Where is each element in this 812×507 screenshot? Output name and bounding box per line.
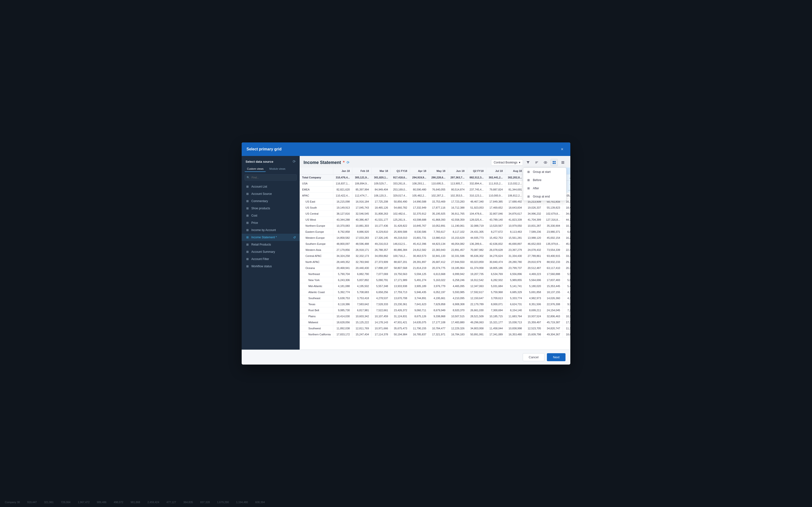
- row-cell: 48,800,097: [333, 241, 352, 247]
- title-refresh-icon[interactable]: ⟳: [347, 161, 349, 164]
- table-row: Western Europe14,858,58217,033,28317,326…: [300, 235, 406, 241]
- row-cell: 49,218,010: [391, 235, 406, 241]
- table-row: Northern Europe10,370,08310,881,30310,17…: [300, 223, 406, 229]
- row-cell: 10,177,436: [371, 223, 391, 229]
- row-cell: 17,326,145: [371, 235, 391, 241]
- row-label: Total Company: [300, 175, 333, 181]
- sidebar-item-income-statement[interactable]: ⊞ Income Statement * ↺: [242, 234, 300, 241]
- row-cell: 305,121,9...: [352, 175, 371, 181]
- main-content: Income Statement * ⟳ Contract Bookings ▾: [300, 156, 406, 253]
- modal-header: Select primary grid ×: [242, 143, 406, 156]
- row-cell: 102,482,6...: [391, 211, 406, 217]
- main-title-text: Income Statement: [304, 160, 341, 165]
- row-cell: 146,612,5...: [391, 241, 406, 247]
- grid-icon: ⊞: [246, 228, 249, 232]
- search-input[interactable]: [245, 174, 297, 181]
- table-row: Western Asia27,179,85626,918,17126,788,3…: [300, 247, 406, 253]
- col-header-name: [300, 168, 333, 175]
- row-label: US East: [300, 199, 333, 205]
- sidebar-item-label: Shoe products: [251, 207, 270, 210]
- row-cell: 106,894,9...: [352, 181, 371, 187]
- sidebar-item-income-by-account[interactable]: ⊞ Income by Account: [242, 226, 300, 234]
- row-label: EMEA: [300, 187, 333, 193]
- row-cell: 917,418,6...: [391, 175, 406, 181]
- row-label: APAC: [300, 193, 333, 199]
- row-label: US South: [300, 205, 333, 211]
- row-cell: 106,120,3...: [371, 193, 391, 199]
- modal-overlay: Select primary grid × Select data source…: [0, 0, 406, 253]
- row-cell: 80,886,384: [391, 247, 406, 253]
- row-cell: 40,386,467: [352, 217, 371, 223]
- table-row: Eastern Europe8,792,8588,886,9208,229,81…: [300, 229, 406, 235]
- grid-icon: ⊞: [246, 199, 249, 203]
- table-row: US West43,344,28840,386,46741,531,177125…: [300, 217, 406, 223]
- row-cell: 32,546,545: [352, 211, 371, 217]
- row-cell: 310,476,4...: [333, 175, 352, 181]
- grid-icon: ⊞: [246, 250, 249, 253]
- modal: Select primary grid × Select data source…: [242, 143, 406, 253]
- row-cell: 48,596,488: [352, 241, 371, 247]
- row-cell: 8,229,810: [371, 229, 391, 235]
- row-label: Northern Europe: [300, 223, 333, 229]
- sidebar-item-label: Account Summary: [251, 250, 275, 253]
- row-cell: 17,033,283: [352, 235, 371, 241]
- tab-module-views[interactable]: Module views: [267, 166, 288, 172]
- sidebar-item-price[interactable]: ⊞ Price: [242, 219, 300, 226]
- row-cell: 8,792,858: [333, 229, 352, 235]
- sidebar-item-label: Cost: [251, 214, 257, 217]
- row-label: USA: [300, 181, 333, 187]
- refresh-icon[interactable]: ⟳: [293, 159, 296, 164]
- row-cell: 38,127,816: [333, 211, 352, 217]
- row-label: Western Europe: [300, 235, 333, 241]
- tab-custom-views[interactable]: Custom views: [245, 166, 266, 172]
- row-cell: 31,808,263: [371, 211, 391, 217]
- row-cell: 253,169,0...: [391, 187, 406, 193]
- row-cell: 25,909,588: [391, 229, 406, 235]
- table-row: US South19,149,91317,045,74318,465,12654…: [300, 205, 406, 211]
- row-cell: 16,215,098: [333, 199, 352, 205]
- table-row: APAC110,422,4...112,474,7...106,120,3...…: [300, 193, 406, 199]
- sidebar-item-retail-products[interactable]: ⊞ Retail Products: [242, 241, 300, 248]
- table-row: US Central38,127,81632,546,54531,808,263…: [300, 211, 406, 217]
- sidebar-item-account-list[interactable]: ⊞ Account List: [242, 183, 300, 190]
- sidebar-item-shoe-products[interactable]: ⊞ Shoe products: [242, 205, 300, 212]
- row-cell: 27,179,856: [333, 247, 352, 253]
- row-cell: 19,149,913: [333, 205, 352, 211]
- row-cell: 17,045,743: [352, 205, 371, 211]
- sidebar-header: Select data source ⟳: [242, 156, 300, 166]
- sidebar-item-label: Price: [251, 221, 258, 225]
- row-cell: 34,059,862: [371, 253, 391, 254]
- row-cell: 31,428,822: [391, 223, 406, 229]
- data-table: Jan 18 Feb 18 Mar 18 Q1 FY18 Apr 18 May …: [300, 168, 406, 253]
- row-cell: 43,344,288: [333, 217, 352, 223]
- sidebar-item-cost[interactable]: ⊞ Cost: [242, 212, 300, 219]
- sidebar-item-account-summary[interactable]: ⊞ Account Summary: [242, 248, 300, 253]
- row-cell: 100,716,2...: [391, 253, 406, 254]
- table-row: US East16,215,09816,916,18417,725,20850,…: [300, 199, 406, 205]
- col-header-q1fy18: Q1 FY18: [391, 168, 406, 175]
- row-cell: 125,261,9...: [391, 217, 406, 223]
- row-cell: 301,820,1...: [371, 175, 391, 181]
- row-label: US Central: [300, 211, 333, 217]
- col-header-mar18: Mar 18: [371, 168, 391, 175]
- sidebar-item-label: Account List: [251, 185, 267, 188]
- row-cell: 333,261,8...: [391, 181, 406, 187]
- sidebar-item-account-source[interactable]: ⊞ Account Source: [242, 190, 300, 198]
- row-cell: 17,725,208: [371, 199, 391, 205]
- table-header-row: Jan 18 Feb 18 Mar 18 Q1 FY18 Apr 18 May …: [300, 168, 406, 175]
- main-toolbar: Income Statement * ⟳ Contract Bookings ▾: [300, 156, 406, 168]
- grid-icon: ⊞: [246, 207, 249, 210]
- row-label: Western Asia: [300, 247, 333, 253]
- row-cell: 41,531,177: [371, 217, 391, 223]
- sidebar-item-commentary[interactable]: ⊞ Commentary: [242, 198, 300, 205]
- row-cell: 116,837,1...: [333, 181, 352, 187]
- row-cell: 84,949,404: [371, 187, 391, 193]
- sidebar-refresh-icon[interactable]: ↺: [293, 236, 296, 239]
- sidebar-item-label: Account Source: [251, 192, 272, 195]
- data-table-wrap: Jan 18 Feb 18 Mar 18 Q1 FY18 Apr 18 May …: [300, 168, 406, 253]
- grid-icon: ⊞: [246, 243, 249, 246]
- sidebar-header-title: Select data source: [246, 160, 273, 163]
- row-cell: 85,397,994: [352, 187, 371, 193]
- sidebar-tabs: Custom views Module views: [242, 166, 300, 172]
- grid-icon: ⊞: [246, 192, 249, 196]
